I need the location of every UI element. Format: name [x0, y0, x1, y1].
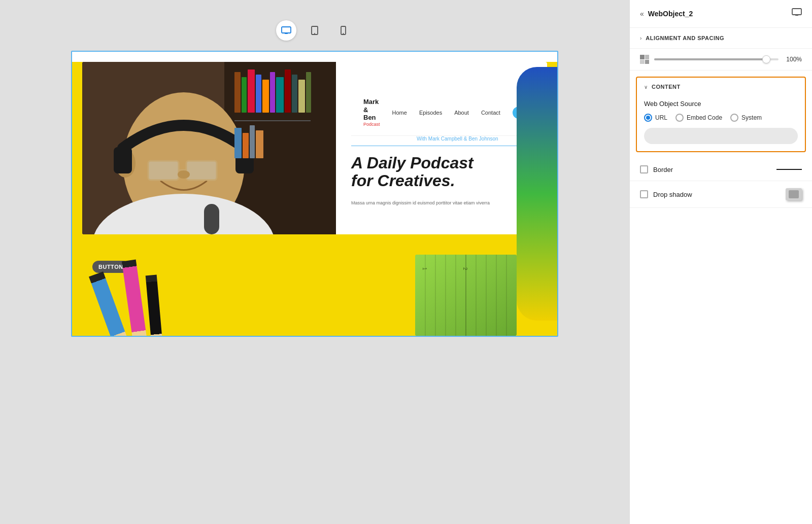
shadow-preview-inner	[789, 190, 799, 198]
alignment-section: › ALIGNMENT AND SPACING	[630, 28, 812, 49]
nav-episodes[interactable]: Episodes	[419, 110, 442, 116]
svg-point-4	[314, 33, 315, 34]
border-section: Border	[630, 158, 812, 181]
desktop-device-button[interactable]	[276, 20, 296, 41]
content-body: Web Object Source URL Embed Code	[637, 96, 805, 151]
opacity-slider-thumb[interactable]	[762, 55, 770, 63]
svg-rect-28	[285, 69, 291, 113]
radio-system[interactable]: System	[730, 114, 762, 122]
site-wrapper: Mark & Ben Podcast Home Episodes About C…	[72, 62, 557, 336]
svg-rect-50	[792, 9, 801, 15]
site-logo: Mark & Ben Podcast	[363, 98, 380, 127]
svg-rect-35	[250, 125, 255, 158]
alignment-section-header[interactable]: › ALIGNMENT AND SPACING	[640, 35, 802, 41]
radio-url-dot	[646, 116, 650, 120]
opacity-cell-1	[640, 55, 645, 59]
svg-rect-25	[262, 80, 269, 113]
radio-url-label: URL	[655, 114, 667, 121]
web-object-source-label: Web Object Source	[644, 100, 798, 108]
pencil-black	[146, 275, 162, 336]
content-section: ∨ CONTENT Web Object Source URL Embed Co…	[636, 77, 806, 152]
shadow-preview	[786, 188, 802, 200]
svg-rect-24	[256, 75, 261, 113]
border-line-preview	[776, 169, 802, 170]
svg-rect-36	[256, 130, 263, 158]
svg-rect-26	[270, 72, 275, 113]
content-chevron: ∨	[644, 84, 648, 90]
radio-system-circle	[730, 114, 738, 122]
mobile-device-button[interactable]	[333, 20, 353, 41]
panel-header: « WebObject_2	[630, 0, 812, 28]
bg-decorations: 1 2	[72, 255, 557, 336]
opacity-icon	[640, 55, 649, 64]
svg-rect-15	[186, 161, 217, 180]
svg-rect-21	[234, 72, 241, 113]
opacity-value: 100%	[784, 56, 802, 63]
pencil-pink	[122, 260, 147, 336]
opacity-slider[interactable]	[654, 58, 779, 60]
opacity-cell-2	[645, 55, 650, 59]
device-toolbar	[276, 20, 353, 41]
radio-system-label: System	[741, 114, 762, 121]
radio-url[interactable]: URL	[644, 114, 667, 122]
border-checkbox[interactable]	[640, 165, 648, 173]
svg-rect-19	[204, 204, 219, 234]
border-label: Border	[653, 166, 771, 173]
opacity-cell-3	[640, 60, 645, 64]
drop-shadow-section: Drop shadow	[630, 181, 812, 208]
alignment-chevron: ›	[640, 36, 641, 41]
svg-rect-34	[243, 133, 249, 158]
nav-home[interactable]: Home	[392, 110, 407, 116]
svg-rect-27	[276, 77, 284, 113]
svg-rect-29	[292, 75, 297, 113]
panel-back-icon[interactable]: «	[640, 10, 644, 18]
tablet-device-button[interactable]	[304, 20, 325, 41]
hero-person	[82, 62, 336, 234]
opacity-cell-4	[645, 60, 650, 64]
canvas-area: Mark & Ben Podcast Home Episodes About C…	[0, 0, 629, 524]
headline-line2: for Creatives.	[351, 171, 455, 190]
headline-line1: A Daily Podcast	[351, 154, 473, 172]
svg-text:1: 1	[422, 267, 427, 270]
radio-url-circle	[644, 114, 652, 122]
panel-preview-icon[interactable]	[792, 8, 802, 19]
svg-rect-32	[234, 120, 311, 121]
opacity-row: 100%	[630, 49, 812, 71]
site-logo-name: Mark & Ben	[363, 98, 379, 121]
svg-rect-23	[248, 69, 255, 113]
svg-rect-14	[148, 161, 179, 180]
svg-point-17	[178, 170, 190, 179]
site-hero-image	[82, 62, 336, 234]
svg-text:2: 2	[462, 267, 468, 270]
site-logo-sub: Podcast	[363, 122, 380, 127]
drop-shadow-label: Drop shadow	[653, 191, 781, 198]
drop-shadow-checkbox[interactable]	[640, 190, 648, 198]
svg-rect-22	[242, 77, 247, 113]
site-header-card: Mark & Ben Podcast Home Episodes About C…	[82, 62, 547, 234]
site-content: Mark & Ben Podcast Home Episodes About C…	[336, 62, 547, 234]
content-section-title: CONTENT	[652, 84, 681, 90]
svg-rect-33	[234, 128, 242, 158]
nav-contact[interactable]: Contact	[481, 110, 500, 116]
radio-group: URL Embed Code System	[644, 114, 798, 122]
right-panel: « WebObject_2 › ALIGNMENT AND SPACING	[629, 0, 812, 524]
url-input[interactable]	[644, 128, 798, 144]
radio-embed-label: Embed Code	[687, 114, 722, 121]
preview-container: Mark & Ben Podcast Home Episodes About C…	[71, 51, 558, 337]
content-section-header[interactable]: ∨ CONTENT	[637, 78, 805, 96]
radio-embed-circle	[675, 114, 684, 122]
opacity-slider-fill	[654, 58, 766, 60]
svg-rect-31	[306, 72, 311, 113]
panel-title: WebObject_2	[648, 10, 788, 18]
pencil-blue	[89, 271, 127, 336]
nav-about[interactable]: About	[454, 110, 469, 116]
svg-point-6	[343, 33, 344, 34]
svg-rect-12	[114, 147, 132, 173]
ruler-decoration: 1 2	[415, 255, 517, 336]
alignment-section-title: ALIGNMENT AND SPACING	[646, 35, 724, 41]
svg-rect-30	[298, 80, 305, 113]
svg-rect-0	[282, 27, 291, 33]
radio-embed[interactable]: Embed Code	[675, 114, 722, 122]
